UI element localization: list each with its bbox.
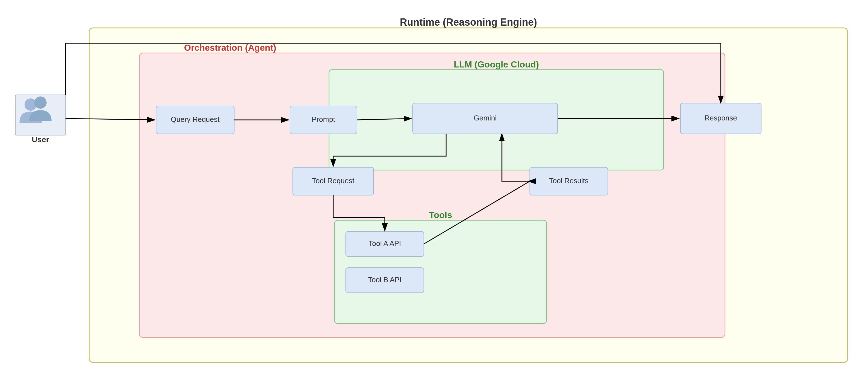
tool-a-node: Tool A API: [368, 239, 401, 248]
runtime-label: Runtime (Reasoning Engine): [400, 17, 537, 28]
tool-results-node: Tool Results: [549, 176, 589, 185]
user-label: User: [32, 135, 49, 144]
llm-label: LLM (Google Cloud): [454, 59, 539, 69]
tools-label: Tools: [429, 210, 452, 220]
tool-b-node: Tool B API: [368, 276, 402, 284]
orchestration-label: Orchestration (Agent): [184, 43, 276, 53]
response-node: Response: [704, 114, 737, 122]
prompt-node: Prompt: [312, 115, 335, 124]
query-request-node: Query Request: [171, 115, 220, 124]
tool-request-node: Tool Request: [312, 176, 355, 185]
gemini-node: Gemini: [474, 114, 497, 122]
svg-point-8: [34, 96, 46, 109]
